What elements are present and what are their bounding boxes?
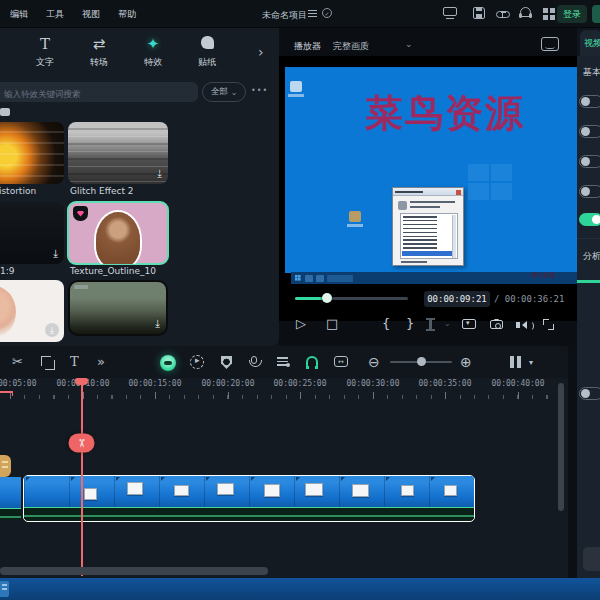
tab-transitions[interactable]: ⇄ 转场 <box>72 34 126 69</box>
download-icon: ⤓ <box>157 167 162 180</box>
menu-tools[interactable]: 工具 <box>46 8 64 21</box>
bottom-strip-icon <box>0 581 9 597</box>
menu-view[interactable]: 视图 <box>82 8 100 21</box>
active-subtab-underline <box>577 280 600 283</box>
chevron-down-icon: ⌄ <box>405 39 413 49</box>
seek-knob[interactable] <box>322 293 332 303</box>
support-headset-icon[interactable] <box>519 7 533 20</box>
panel-divider <box>568 346 577 578</box>
analyze-label: 分析 <box>583 250 600 263</box>
clip-audio-waveform <box>24 507 474 519</box>
section-basic-label: 基本 <box>583 66 600 79</box>
property-toggle-1[interactable] <box>579 95 600 108</box>
range-marker <box>0 391 13 393</box>
selected-language-row <box>402 251 456 256</box>
effects-search[interactable] <box>0 82 198 102</box>
more-tabs-chevron-icon[interactable]: › <box>258 44 264 60</box>
playhead-handle[interactable] <box>75 378 88 385</box>
timeline-horizontal-scrollbar[interactable] <box>0 567 268 575</box>
text-tool-icon: T <box>18 34 72 54</box>
cut-cursor-badge[interactable]: ✂ <box>69 434 95 453</box>
download-icon: ⤓ <box>53 247 58 260</box>
mark-in-button[interactable]: { <box>382 316 390 331</box>
taskbar-item <box>327 275 353 282</box>
cut-scissors-icon[interactable]: ✂ <box>12 354 23 369</box>
more-options-button[interactable]: ••• <box>251 86 268 95</box>
search-input[interactable] <box>0 84 198 104</box>
dialog-scrollbar <box>452 215 456 258</box>
tab-video-properties[interactable]: 视频 <box>580 30 600 56</box>
pro-badge-icon <box>73 206 88 221</box>
desktop-icon <box>290 81 302 92</box>
property-toggle-6[interactable] <box>579 387 600 400</box>
project-menu-icon[interactable] <box>308 9 317 18</box>
save-icon[interactable] <box>473 7 487 20</box>
clip-thumbnails <box>0 477 21 508</box>
zoom-out-icon[interactable]: ⊖ <box>368 354 380 370</box>
effect-clip-fragment[interactable] <box>0 455 11 477</box>
timeline-vertical-scrollbar[interactable] <box>558 383 564 511</box>
play-button[interactable]: ▷ <box>296 316 306 331</box>
trim-caret-icon[interactable]: ⌄ <box>444 319 451 328</box>
caret-down-icon[interactable]: ▾ <box>529 358 533 367</box>
text-tool-icon[interactable]: T <box>70 354 79 369</box>
effect-thumbnail: ⤓ <box>68 122 168 184</box>
layout-grid-icon[interactable] <box>543 7 557 20</box>
timeline-zoom-knob[interactable] <box>417 357 426 366</box>
ruler-ticks <box>0 392 566 399</box>
export-button-fragment[interactable] <box>592 5 600 23</box>
stop-button[interactable]: □ <box>326 316 338 331</box>
player-title: 播放器 <box>294 40 321 53</box>
zoom-in-icon[interactable]: ⊕ <box>460 354 472 370</box>
playhead[interactable] <box>81 378 83 576</box>
download-icon: ⤓ <box>45 323 59 337</box>
chevron-down-icon: ⌄ <box>231 88 238 97</box>
timeline[interactable]: 00:00:05:00 00:00:10:00 00:00:15:00 00:0… <box>0 378 568 578</box>
more-tools-icon[interactable]: » <box>97 354 105 369</box>
mark-out-button[interactable]: } <box>406 316 414 331</box>
effect-thumbnail: ⤓ <box>68 280 168 336</box>
effect-thumbnail-selected <box>68 202 168 264</box>
sticker-icon <box>180 34 234 54</box>
start-button-icon <box>295 275 301 281</box>
quality-selector[interactable]: 完整画质 <box>333 40 369 53</box>
autosave-check-icon: ✓ <box>322 8 332 18</box>
ruler-label: 00:00:15:00 <box>129 379 182 388</box>
video-preview[interactable]: 菜鸟资源 菜鸟资源 <box>279 56 577 321</box>
menu-edit[interactable]: 编辑 <box>10 8 28 21</box>
ruler-label: 00:00:20:00 <box>202 379 255 388</box>
property-toggle-5-on[interactable] <box>579 213 600 226</box>
workspace-icon[interactable] <box>443 7 457 20</box>
effect-thumbnail: ⤓ <box>0 202 64 264</box>
video-clip-1[interactable] <box>0 477 21 520</box>
divider <box>577 238 600 239</box>
ruler-label: 00:00:30:00 <box>347 379 400 388</box>
language-list <box>400 213 458 259</box>
tab-stickers[interactable]: 贴纸 <box>180 34 234 69</box>
clip-audio-waveform <box>0 508 21 520</box>
tab-text[interactable]: T 文字 <box>18 34 72 69</box>
property-toggle-4[interactable] <box>579 185 600 198</box>
property-toggle-3[interactable] <box>579 155 600 168</box>
taskbar-item <box>316 275 324 282</box>
property-toggle-2[interactable] <box>579 125 600 138</box>
ruler-label: 00:00:25:00 <box>274 379 327 388</box>
clip-thumbnails <box>24 476 474 507</box>
menubar: 编辑 工具 视图 帮助 未命名项目 ✓ <box>0 0 600 28</box>
player-panel: 播放器 完整画质 ⌄ <box>279 28 577 346</box>
ruler-label: 00:00:35:00 <box>419 379 472 388</box>
effects-sparkle-icon: ✦ <box>126 34 180 54</box>
scopes-icon[interactable] <box>541 37 559 51</box>
project-title: 未命名项目 <box>262 9 307 22</box>
menu-help[interactable]: 帮助 <box>118 8 136 21</box>
filmora-app: 编辑 工具 视图 帮助 未命名项目 ✓ <box>0 0 600 600</box>
video-clip-selected[interactable] <box>23 475 475 522</box>
bottom-strip <box>0 578 600 600</box>
desktop-icon <box>349 211 361 222</box>
filter-dropdown[interactable]: 全部 ⌄ <box>202 82 246 102</box>
cloud-upload-icon[interactable] <box>496 7 510 20</box>
panel-button-fragment[interactable] <box>583 547 600 571</box>
effect-thumbnail <box>0 122 64 184</box>
login-button[interactable]: 登录 <box>557 5 587 23</box>
tab-effects[interactable]: ✦ 特效 <box>126 34 180 69</box>
